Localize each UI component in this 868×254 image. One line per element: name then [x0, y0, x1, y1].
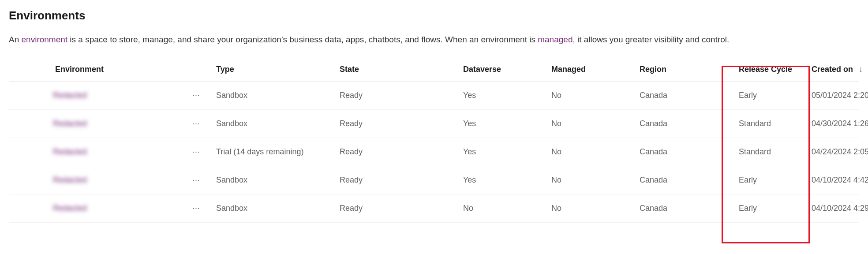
dataverse-cell: Yes	[463, 119, 551, 128]
managed-cell: No	[551, 119, 640, 128]
environment-name-cell[interactable]: Redacted	[44, 147, 176, 157]
state-cell: Ready	[340, 176, 463, 185]
column-header-region[interactable]: Region	[640, 65, 728, 74]
more-actions-icon[interactable]: ···	[192, 119, 200, 128]
environment-name-link[interactable]: Redacted	[53, 91, 87, 100]
row-actions-cell: ···	[176, 147, 216, 157]
type-cell: Trial (14 days remaining)	[216, 147, 340, 157]
region-cell: Canada	[640, 147, 728, 157]
intro-post: , it allows you greater visibility and c…	[572, 35, 729, 44]
created-on-cell: 04/24/2024 2:05 PM	[812, 147, 868, 157]
type-cell: Sandbox	[216, 176, 340, 185]
column-header-managed[interactable]: Managed	[551, 65, 640, 74]
intro-text: An environment is a space to store, mana…	[9, 35, 859, 45]
type-cell: Sandbox	[216, 91, 340, 100]
created-on-cell: 04/10/2024 4:42 PM	[812, 176, 868, 185]
managed-cell: No	[551, 91, 640, 100]
state-cell: Ready	[340, 91, 463, 100]
more-actions-icon[interactable]: ···	[192, 147, 200, 157]
row-actions-cell: ···	[176, 176, 216, 185]
table-row[interactable]: Redacted ··· Sandbox Ready Yes No Canada…	[9, 166, 859, 194]
type-cell: Sandbox	[216, 204, 340, 213]
more-actions-icon[interactable]: ···	[192, 176, 200, 185]
type-cell: Sandbox	[216, 119, 340, 128]
environments-table: Environment Type State Dataverse Managed…	[9, 57, 859, 223]
created-on-label: Created on	[812, 65, 853, 74]
table-row[interactable]: Redacted ··· Sandbox Ready Yes No Canada…	[9, 82, 859, 110]
table-body: Redacted ··· Sandbox Ready Yes No Canada…	[9, 82, 859, 223]
column-header-environment[interactable]: Environment	[44, 65, 176, 74]
release-cycle-cell: Standard	[728, 147, 812, 157]
environment-name-link[interactable]: Redacted	[53, 147, 87, 156]
more-actions-icon[interactable]: ···	[192, 91, 200, 100]
dataverse-cell: Yes	[463, 176, 551, 185]
column-header-type[interactable]: Type	[216, 65, 340, 74]
row-actions-cell: ···	[176, 204, 216, 213]
state-cell: Ready	[340, 204, 463, 213]
region-cell: Canada	[640, 204, 728, 213]
dataverse-cell: Yes	[463, 147, 551, 157]
more-actions-icon[interactable]: ···	[192, 204, 200, 213]
row-actions-cell: ···	[176, 119, 216, 128]
environment-name-link[interactable]: Redacted	[53, 204, 87, 213]
intro-mid: is a space to store, manage, and share y…	[67, 35, 538, 44]
environment-name-cell[interactable]: Redacted	[44, 176, 176, 185]
dataverse-cell: No	[463, 204, 551, 213]
managed-cell: No	[551, 176, 640, 185]
environment-name-cell[interactable]: Redacted	[44, 204, 176, 213]
state-cell: Ready	[340, 147, 463, 157]
dataverse-cell: Yes	[463, 91, 551, 100]
intro-pre: An	[9, 35, 22, 44]
environment-link[interactable]: environment	[22, 35, 68, 44]
environment-name-cell[interactable]: Redacted	[44, 91, 176, 100]
release-cycle-cell: Early	[728, 176, 812, 185]
column-header-release-cycle[interactable]: Release Cycle	[728, 65, 812, 74]
region-cell: Canada	[640, 119, 728, 128]
environment-name-link[interactable]: Redacted	[53, 176, 87, 184]
region-cell: Canada	[640, 91, 728, 100]
created-on-cell: 04/30/2024 1:26 PM	[812, 119, 868, 128]
page-title: Environments	[9, 9, 859, 22]
region-cell: Canada	[640, 176, 728, 185]
state-cell: Ready	[340, 119, 463, 128]
row-actions-cell: ···	[176, 91, 216, 100]
created-on-cell: 05/01/2024 2:20 PM	[812, 91, 868, 100]
release-cycle-cell: Early	[728, 204, 812, 213]
environment-name-link[interactable]: Redacted	[53, 119, 87, 128]
table-header-row: Environment Type State Dataverse Managed…	[9, 57, 859, 82]
managed-link[interactable]: managed	[538, 35, 572, 44]
environment-name-cell[interactable]: Redacted	[44, 119, 176, 128]
table-row[interactable]: Redacted ··· Sandbox Ready No No Canada …	[9, 194, 859, 223]
created-on-cell: 04/10/2024 4:29 PM	[812, 204, 868, 213]
release-cycle-cell: Standard	[728, 119, 812, 128]
column-header-state[interactable]: State	[340, 65, 463, 74]
table-row[interactable]: Redacted ··· Sandbox Ready Yes No Canada…	[9, 110, 859, 138]
table-row[interactable]: Redacted ··· Trial (14 days remaining) R…	[9, 138, 859, 166]
sort-descending-icon: ↓	[859, 65, 863, 74]
managed-cell: No	[551, 147, 640, 157]
managed-cell: No	[551, 204, 640, 213]
column-header-dataverse[interactable]: Dataverse	[463, 65, 551, 74]
column-header-created-on[interactable]: Created on ↓	[812, 65, 868, 74]
release-cycle-cell: Early	[728, 91, 812, 100]
